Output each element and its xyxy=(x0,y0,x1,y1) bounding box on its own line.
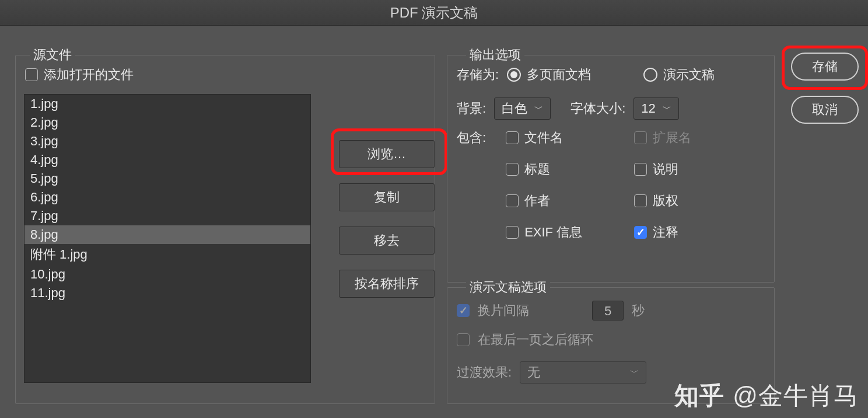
interval-label: 换片间隔 xyxy=(478,302,529,319)
interval-unit: 秒 xyxy=(632,302,645,319)
chevron-down-icon: ﹀ xyxy=(534,103,543,114)
include-desc-checkbox[interactable] xyxy=(634,163,647,176)
font-size-label: 字体大小: xyxy=(570,100,625,117)
interval-checkbox xyxy=(457,304,470,317)
save-button[interactable]: 存储 xyxy=(791,53,859,81)
radio-multi-page[interactable] xyxy=(507,68,521,82)
loop-label: 在最后一页之后循环 xyxy=(478,331,593,349)
file-item[interactable]: 10.jpg xyxy=(24,265,310,284)
sort-by-name-button[interactable]: 按名称排序 xyxy=(339,270,435,298)
transition-value: 无 xyxy=(527,364,540,381)
output-options-legend: 输出选项 xyxy=(466,46,524,64)
include-filename-label: 文件名 xyxy=(524,129,563,147)
file-item[interactable]: 2.jpg xyxy=(24,113,310,132)
zhihu-logo: 知乎 xyxy=(674,379,724,412)
include-author-checkbox[interactable] xyxy=(506,194,519,207)
cancel-button[interactable]: 取消 xyxy=(791,96,859,124)
file-item[interactable]: 8.jpg xyxy=(24,225,310,244)
file-item[interactable]: 11.jpg xyxy=(24,284,310,302)
include-title-checkbox[interactable] xyxy=(506,163,519,176)
background-value: 白色 xyxy=(502,100,527,117)
include-desc-label: 说明 xyxy=(653,161,678,178)
font-size-value: 12 xyxy=(641,101,655,116)
browse-button[interactable]: 浏览… xyxy=(339,140,435,168)
file-item[interactable]: 6.jpg xyxy=(24,188,310,207)
include-notes-label: 注释 xyxy=(653,224,678,241)
presentation-options-legend: 演示文稿选项 xyxy=(466,278,550,296)
include-notes-checkbox[interactable] xyxy=(634,226,647,239)
source-files-panel: 源文件 添加打开的文件 1.jpg2.jpg3.jpg4.jpg5.jpg6.j… xyxy=(15,55,435,404)
include-label: 包含: xyxy=(457,129,486,147)
file-item[interactable]: 1.jpg xyxy=(24,95,310,113)
include-author-label: 作者 xyxy=(524,192,550,210)
include-copyright-label: 版权 xyxy=(653,192,678,210)
background-label: 背景: xyxy=(457,100,486,117)
include-title-label: 标题 xyxy=(524,161,550,178)
include-exif-label: EXIF 信息 xyxy=(524,224,582,241)
add-open-files-row: 添加打开的文件 xyxy=(25,66,134,83)
loop-checkbox xyxy=(457,333,470,346)
copy-button[interactable]: 复制 xyxy=(339,183,435,211)
background-select[interactable]: 白色 ﹀ xyxy=(494,97,551,120)
file-item[interactable]: 3.jpg xyxy=(24,132,310,151)
add-open-files-label: 添加打开的文件 xyxy=(44,66,134,83)
window-title: PDF 演示文稿 xyxy=(0,0,868,26)
interval-input: 5 xyxy=(592,301,624,321)
radio-multi-page-label: 多页面文档 xyxy=(527,66,591,83)
radio-presentation-label: 演示文稿 xyxy=(663,66,715,83)
font-size-select[interactable]: 12 ﹀ xyxy=(634,97,678,120)
save-as-label: 存储为: xyxy=(457,66,499,83)
file-item[interactable]: 附件 1.jpg xyxy=(24,244,310,265)
file-item[interactable]: 4.jpg xyxy=(24,151,310,169)
add-open-files-checkbox[interactable] xyxy=(25,68,38,81)
file-item[interactable]: 5.jpg xyxy=(24,169,310,188)
transition-label: 过渡效果: xyxy=(457,364,512,381)
chevron-down-icon: ﹀ xyxy=(663,103,671,114)
transition-select: 无 ﹀ xyxy=(520,361,646,384)
watermark: 知乎 @金牛肖马 xyxy=(674,379,859,412)
source-files-legend: 源文件 xyxy=(30,46,75,64)
include-extension-label: 扩展名 xyxy=(653,129,691,147)
include-copyright-checkbox[interactable] xyxy=(634,194,647,207)
file-item[interactable]: 7.jpg xyxy=(24,207,310,225)
include-filename-checkbox[interactable] xyxy=(506,131,519,144)
include-exif-checkbox[interactable] xyxy=(506,226,519,239)
include-extension-checkbox xyxy=(634,131,647,144)
remove-button[interactable]: 移去 xyxy=(339,227,435,255)
chevron-down-icon: ﹀ xyxy=(630,367,639,378)
output-options-panel: 输出选项 存储为: 多页面文档 演示文稿 背景: 白色 ﹀ 字体大小: xyxy=(447,55,775,283)
file-list[interactable]: 1.jpg2.jpg3.jpg4.jpg5.jpg6.jpg7.jpg8.jpg… xyxy=(24,94,311,383)
radio-presentation[interactable] xyxy=(643,68,657,82)
watermark-text: @金牛肖马 xyxy=(733,379,859,412)
